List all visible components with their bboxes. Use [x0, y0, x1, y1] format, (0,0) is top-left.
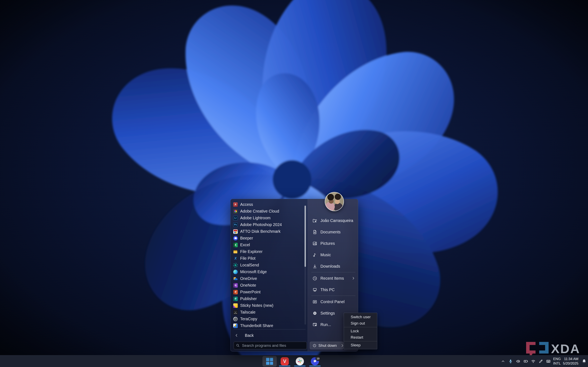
start-menu-app-tailscale[interactable]: Tailscale	[231, 309, 304, 316]
localsend-icon	[233, 263, 238, 267]
start-menu-item-this-pc[interactable]: This PC	[308, 284, 358, 295]
pen-tray-button[interactable]	[538, 359, 544, 364]
battery-charging-tray-button[interactable]	[523, 359, 528, 364]
excel-icon: X	[233, 243, 238, 247]
taskbar-app-beeper[interactable]: 10	[308, 356, 322, 367]
wifi-tray-button[interactable]	[531, 359, 536, 364]
microphone-tray-button[interactable]	[508, 359, 513, 364]
start-menu-app-adobe-creative-cloud[interactable]: Adobe Creative Cloud	[231, 208, 304, 215]
place-label: Control Panel	[320, 300, 345, 304]
bell-icon	[581, 359, 587, 364]
taskbar-app-vivaldi[interactable]: V	[277, 356, 292, 367]
start-menu-app-onedrive[interactable]: OneDrive	[231, 275, 304, 282]
language-top: ENG	[553, 357, 561, 361]
notifications-button[interactable]	[581, 359, 587, 364]
start-menu-item-control-panel[interactable]: Control Panel	[308, 296, 358, 308]
onenote-icon: N	[233, 283, 238, 288]
start-menu-app-microsoft-edge[interactable]: Microsoft Edge	[231, 268, 304, 275]
document-icon	[312, 230, 317, 235]
time: 11:34 AM	[563, 357, 578, 361]
start-menu-app-access[interactable]: AAccess	[231, 201, 304, 208]
start-menu-app-publisher[interactable]: PPublisher	[231, 295, 304, 302]
divider	[344, 327, 377, 327]
start-menu-item-music[interactable]: Music	[308, 249, 358, 260]
battery-charging-icon	[523, 359, 528, 364]
start-menu-item-pictures[interactable]: Pictures	[308, 238, 358, 249]
xda-text: XDA	[551, 342, 580, 356]
place-label: Settings	[320, 311, 335, 316]
places-list: João CarrasqueiraDocumentsPicturesMusicD…	[308, 199, 358, 330]
user-avatar[interactable]	[325, 192, 344, 211]
shut-down-button[interactable]: Shut down	[310, 342, 343, 349]
scrollbar-thumb[interactable]	[304, 206, 306, 267]
running-indicator	[294, 366, 305, 366]
touch-keyboard-tray-button[interactable]	[546, 359, 551, 364]
app-label: Access	[240, 202, 253, 207]
access-icon: A	[233, 202, 238, 207]
start-menu-program-list: AAccessAdobe Creative CloudLrAdobe Light…	[231, 199, 308, 351]
start-menu: AAccessAdobe Creative CloudLrAdobe Light…	[230, 199, 358, 351]
vivaldi-button-icon: V	[281, 357, 289, 365]
power-option-switch-user[interactable]: Switch user	[344, 314, 377, 320]
run-icon	[312, 322, 317, 327]
notification-badge: 10	[316, 356, 320, 361]
atto-icon	[233, 229, 238, 234]
teracopy-icon	[233, 317, 238, 321]
submenu-chevron	[351, 276, 355, 280]
start-menu-item-recent-items[interactable]: Recent Items	[308, 273, 358, 284]
start-menu-item-documents[interactable]: Documents	[308, 226, 358, 238]
shut-down-label: Shut down	[318, 343, 337, 348]
power-option-sign-out[interactable]: Sign out	[344, 320, 377, 326]
start-menu-app-file-explorer[interactable]: File Explorer	[231, 248, 304, 255]
power-option-lock[interactable]: Lock	[344, 328, 377, 334]
file-explorer-icon	[233, 250, 238, 254]
start-menu-app-onenote[interactable]: NOneNote	[231, 282, 304, 289]
divider	[311, 296, 355, 296]
start-menu-app-atto-disk-benchmark[interactable]: ATTO Disk Benchmark	[231, 228, 304, 235]
microphone-icon	[508, 359, 513, 364]
app-label: Tailscale	[240, 310, 256, 315]
date: 5/20/2025	[563, 361, 578, 366]
clock[interactable]: 11:34 AM 5/20/2025	[563, 357, 578, 366]
power-option-sleep[interactable]: Sleep	[344, 342, 377, 348]
back-label: Back	[245, 333, 254, 338]
music-icon	[312, 252, 317, 258]
app-label: Publisher	[240, 296, 257, 301]
slack-button-icon	[296, 357, 304, 365]
taskbar-app-slack[interactable]	[293, 356, 307, 367]
start-menu-app-beeper[interactable]: Beeper	[231, 235, 304, 242]
slack-icon	[296, 357, 304, 365]
language-indicator[interactable]: ENG INTL	[553, 357, 561, 366]
slack-glyph-icon	[297, 359, 303, 364]
powerpoint-icon: P	[233, 290, 238, 294]
start-menu-app-adobe-photoshop-2024[interactable]: PsAdobe Photoshop 2024	[231, 221, 304, 228]
user-name-item[interactable]: João Carrasqueira	[308, 215, 358, 226]
power-option-restart[interactable]: Restart	[344, 334, 377, 341]
running-indicator	[309, 366, 321, 366]
divider	[311, 272, 355, 272]
pictures-icon	[312, 241, 317, 246]
app-label: ATTO Disk Benchmark	[240, 229, 281, 234]
taskbar: V10 ENG INTL 11:34 AM 5/20/2025	[0, 355, 588, 367]
edge-icon	[233, 270, 238, 274]
app-list: AAccessAdobe Creative CloudLrAdobe Light…	[231, 201, 304, 329]
start-menu-app-teracopy[interactable]: TeraCopy	[231, 316, 304, 322]
start-menu-item-downloads[interactable]: Downloads	[308, 260, 358, 272]
start-menu-app-sticky-notes-new[interactable]: Sticky Notes (new)	[231, 302, 304, 309]
place-label: João Carrasqueira	[320, 218, 353, 223]
start-menu-app-powerpoint[interactable]: PPowerPoint	[231, 289, 304, 295]
start-menu-app-excel[interactable]: XExcel	[231, 242, 304, 248]
start-menu-app-adobe-lightroom[interactable]: LrAdobe Lightroom	[231, 215, 304, 221]
back-button[interactable]: Back	[231, 332, 306, 339]
chevron-up-tray-button[interactable]	[500, 359, 506, 364]
scrollbar-track[interactable]	[304, 205, 306, 325]
start-button[interactable]	[262, 356, 277, 367]
search-icon	[236, 343, 240, 348]
start-menu-app-file-pilot[interactable]: XFile Pilot	[231, 255, 304, 262]
start-menu-app-thunderbolt-share[interactable]: Thunderbolt Share	[231, 322, 304, 329]
search-input[interactable]	[234, 342, 307, 349]
volume-tray-button[interactable]	[516, 359, 521, 364]
start-menu-app-localsend[interactable]: LocalSend	[231, 262, 304, 268]
thunderbolt-icon	[233, 324, 238, 328]
onedrive-icon	[233, 276, 238, 281]
